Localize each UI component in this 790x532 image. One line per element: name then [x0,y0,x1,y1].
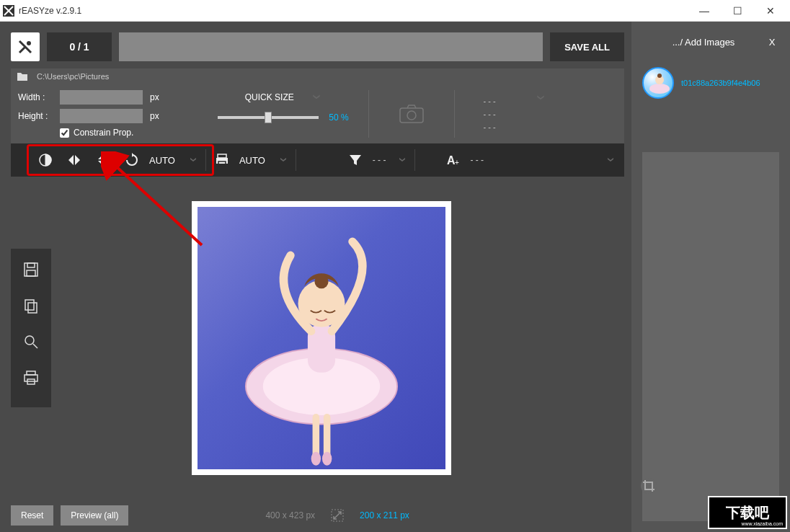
quick-size-slider[interactable] [218,116,319,119]
height-label: Height : [18,111,56,121]
chevron-down-icon[interactable] [311,92,321,102]
top-spacer [119,32,543,61]
svg-point-0 [27,41,31,45]
svg-rect-4 [218,154,226,158]
width-label: Width : [18,92,56,102]
info-dashes: - - - - - - - - - [461,90,518,138]
dash-2: - - - [483,110,495,118]
rotate-button[interactable] [117,146,146,174]
text-dash: - - - [470,155,484,165]
svg-point-26 [311,451,320,465]
chevron-down-icon[interactable] [272,156,294,164]
svg-point-28 [641,478,657,494]
sidebar-preview-box [642,152,779,521]
window-title: rEASYze v.2.9.1 [19,6,688,16]
watermark: 下载吧 www.xiazaiba.com [708,496,787,529]
watermark-url: www.xiazaiba.com [741,521,783,526]
output-path[interactable]: C:\Users\pc\Pictures [37,72,109,81]
dimensions-block: Width : px Height : px Constrain Prop. [18,90,198,138]
quick-size-block: QUICK SIZE 50 % [204,90,363,138]
dash-3: - - - [483,123,495,131]
flip-horizontal-button[interactable] [60,146,89,174]
titlebar: rEASYze v.2.9.1 — ☐ ✕ [0,0,790,22]
original-dimensions: 400 x 423 px [265,510,315,520]
minimize-button[interactable]: — [688,0,721,22]
svg-point-27 [321,451,331,465]
image-counter: 0 / 1 [47,32,112,61]
camera-block [368,90,455,138]
save-all-button[interactable]: SAVE ALL [550,32,624,61]
folder-icon [17,71,28,81]
watermark-text: 下载吧 [726,503,769,523]
height-unit: px [150,111,159,121]
flip-vertical-button[interactable] [89,146,117,174]
height-input[interactable] [60,109,143,123]
path-row: C:\Users\pc\Pictures [11,68,624,83]
filter-dash: - - - [373,155,386,165]
app-logo [11,32,40,61]
resize-arrow-icon [331,509,344,522]
top-row: 0 / 1 SAVE ALL [11,32,624,61]
svg-point-23 [314,275,328,288]
print-button[interactable] [208,146,236,174]
filter-button[interactable] [341,146,370,174]
close-button[interactable]: ✕ [754,0,787,22]
preview-all-button[interactable]: Preview (all) [61,505,128,526]
chevron-down-icon[interactable] [182,156,204,164]
settings-panel: C:\Users\pc\Pictures Width : px Height :… [11,68,624,143]
auto-label-1: AUTO [146,155,182,166]
image-preview[interactable] [192,201,451,475]
reset-button[interactable]: Reset [11,505,53,526]
width-input[interactable] [60,90,143,105]
new-dimensions: 200 x 211 px [360,510,409,520]
canvas-area [11,177,631,499]
svg-text:+: + [455,159,459,167]
footer: Reset Preview (all) 400 x 423 px 200 x 2… [11,499,631,532]
app-icon [3,5,14,17]
svg-point-31 [649,84,670,94]
edit-toolbar: AUTO AUTO - - - A+ - - - [11,143,624,177]
thumbnail-item[interactable]: t01c88a263b9f4e4b06 [642,67,779,99]
auto-label-2: AUTO [236,155,272,166]
svg-rect-1 [400,108,423,123]
chevron-down-icon[interactable] [536,93,546,103]
constrain-checkbox[interactable] [60,128,69,138]
crop-icon[interactable] [640,477,657,495]
width-unit: px [150,92,159,102]
chevron-down-icon[interactable] [391,156,413,164]
camera-icon [399,104,425,124]
svg-point-2 [407,111,416,120]
sidebar-close-button[interactable]: X [765,37,779,48]
chevron-down-icon[interactable] [600,156,621,164]
quick-size-label: QUICK SIZE [245,92,294,102]
contrast-button[interactable] [31,146,60,174]
preview-wrap [11,177,631,499]
thumbnail-image [642,67,674,99]
sidebar: .../ Add Images X t01c88a263b9f4e4b06 [631,22,790,532]
quick-size-percent: 50 % [329,112,348,123]
constrain-label: Constrain Prop. [74,128,133,138]
dash-1: - - - [483,97,495,105]
svg-point-33 [657,74,662,78]
text-button[interactable]: A+ [438,146,467,174]
thumbnail-filename: t01c88a263b9f4e4b06 [681,79,775,87]
add-images-button[interactable]: .../ Add Images [642,37,765,48]
maximize-button[interactable]: ☐ [721,0,754,22]
